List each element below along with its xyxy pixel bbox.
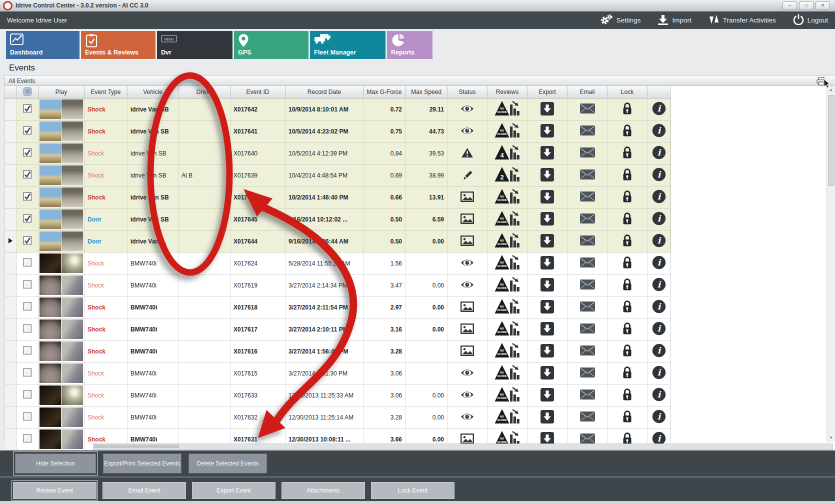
lock-cell[interactable] bbox=[608, 406, 648, 428]
export-cell[interactable] bbox=[528, 274, 568, 296]
column-header-status[interactable]: Status bbox=[448, 86, 488, 98]
export-cell[interactable] bbox=[528, 230, 568, 252]
email-cell[interactable] bbox=[568, 230, 608, 252]
reviews-cell[interactable]: NOSCORE bbox=[488, 274, 528, 296]
event-thumbnail-cabin[interactable] bbox=[62, 276, 83, 295]
tab-reports[interactable]: Reports bbox=[387, 31, 432, 59]
column-header-lock[interactable]: Lock bbox=[608, 86, 648, 98]
export-cell[interactable] bbox=[528, 208, 568, 230]
reviews-cell[interactable]: NOSCORE bbox=[488, 208, 528, 230]
column-header-max-speed[interactable]: Max Speed bbox=[406, 86, 448, 98]
event-thumbnail-cabin[interactable] bbox=[62, 188, 83, 207]
export-cell[interactable] bbox=[528, 340, 568, 362]
maximize-button[interactable]: □ bbox=[799, 2, 814, 10]
event-thumbnail-cabin[interactable] bbox=[62, 232, 83, 251]
tab-dashboard[interactable]: Dashboard bbox=[6, 31, 80, 59]
column-header-event-type[interactable]: Event Type bbox=[84, 86, 128, 98]
row-checkbox[interactable] bbox=[16, 120, 38, 142]
delete-selected-events-button[interactable]: Delete Selected Events bbox=[188, 454, 267, 474]
tab-dvr[interactable]: MENUDvr bbox=[157, 31, 232, 59]
info-cell[interactable]: i bbox=[648, 362, 670, 384]
play-cell[interactable] bbox=[38, 164, 84, 186]
event-thumbnail-road[interactable] bbox=[40, 100, 61, 119]
row-checkbox[interactable] bbox=[16, 208, 38, 230]
info-cell[interactable]: i bbox=[648, 98, 670, 120]
reviews-cell[interactable]: NOSCORE bbox=[488, 340, 528, 362]
play-cell[interactable] bbox=[38, 120, 84, 142]
event-thumbnail-road[interactable] bbox=[40, 386, 61, 405]
play-cell[interactable] bbox=[38, 318, 84, 340]
info-cell[interactable]: i bbox=[648, 142, 670, 164]
lock-cell[interactable] bbox=[608, 208, 648, 230]
play-cell[interactable] bbox=[38, 208, 84, 230]
menu-item-import[interactable]: Import bbox=[658, 14, 691, 26]
email-cell[interactable] bbox=[568, 142, 608, 164]
menu-item-logout[interactable]: Logout bbox=[793, 14, 828, 26]
close-button[interactable]: × bbox=[816, 2, 830, 10]
event-thumbnail-road[interactable] bbox=[40, 144, 61, 163]
event-thumbnail-cabin[interactable] bbox=[62, 100, 83, 119]
lock-cell[interactable] bbox=[608, 252, 648, 274]
attachments-button[interactable]: Attachments bbox=[282, 482, 365, 499]
event-thumbnail-road[interactable] bbox=[40, 408, 61, 427]
lock-cell[interactable] bbox=[608, 98, 648, 120]
export-event-button[interactable]: Export Event bbox=[192, 482, 276, 499]
event-thumbnail-cabin[interactable] bbox=[62, 144, 83, 163]
reviews-cell[interactable]: 4 bbox=[488, 142, 528, 164]
export-cell[interactable] bbox=[528, 296, 568, 318]
lock-cell[interactable] bbox=[608, 120, 648, 142]
scroll-up-icon[interactable]: ▲ bbox=[827, 86, 835, 94]
reviews-cell[interactable]: NOSCORE bbox=[488, 98, 528, 120]
info-cell[interactable]: i bbox=[648, 120, 670, 142]
email-cell[interactable] bbox=[568, 252, 608, 274]
event-thumbnail-road[interactable] bbox=[40, 298, 61, 317]
export-cell[interactable] bbox=[528, 120, 568, 142]
email-cell[interactable] bbox=[568, 120, 608, 142]
event-thumbnail-road[interactable] bbox=[40, 254, 61, 273]
info-cell[interactable]: i bbox=[648, 274, 670, 296]
lock-cell[interactable] bbox=[608, 274, 648, 296]
lock-cell[interactable] bbox=[608, 164, 648, 186]
event-thumbnail-cabin[interactable] bbox=[62, 342, 83, 361]
row-checkbox[interactable] bbox=[16, 142, 38, 164]
column-header-email[interactable]: Email bbox=[568, 86, 608, 98]
reviews-cell[interactable]: NOSCORE bbox=[488, 186, 528, 208]
play-cell[interactable] bbox=[38, 274, 84, 296]
tab-gps[interactable]: GPS bbox=[234, 31, 308, 59]
row-checkbox[interactable] bbox=[16, 230, 38, 252]
email-cell[interactable] bbox=[568, 318, 608, 340]
row-checkbox[interactable] bbox=[16, 362, 38, 384]
play-cell[interactable] bbox=[38, 340, 84, 362]
event-thumbnail-road[interactable] bbox=[40, 232, 61, 251]
minimize-button[interactable]: – bbox=[782, 2, 797, 10]
row-checkbox[interactable] bbox=[16, 164, 38, 186]
info-cell[interactable]: i bbox=[648, 230, 670, 252]
event-thumbnail-cabin[interactable] bbox=[62, 386, 83, 405]
export-cell[interactable] bbox=[528, 98, 568, 120]
reviews-cell[interactable]: 2 bbox=[488, 164, 528, 186]
reviews-cell[interactable]: NOSCORE bbox=[488, 362, 528, 384]
export-cell[interactable] bbox=[528, 252, 568, 274]
reviews-cell[interactable]: NOSCORE bbox=[488, 406, 528, 428]
info-cell[interactable]: i bbox=[648, 406, 670, 428]
select-all-header[interactable] bbox=[16, 86, 38, 98]
hscrollbar-thumb[interactable] bbox=[94, 444, 179, 448]
export-cell[interactable] bbox=[528, 384, 568, 406]
info-cell[interactable]: i bbox=[648, 208, 670, 230]
export-cell[interactable] bbox=[528, 142, 568, 164]
column-header-play[interactable]: Play bbox=[38, 86, 84, 98]
row-checkbox[interactable] bbox=[16, 274, 38, 296]
row-checkbox[interactable] bbox=[16, 186, 38, 208]
info-cell[interactable]: i bbox=[648, 384, 670, 406]
row-checkbox[interactable] bbox=[16, 384, 38, 406]
column-header-export[interactable]: Export bbox=[528, 86, 568, 98]
lock-cell[interactable] bbox=[608, 230, 648, 252]
column-header-event-id[interactable]: Event ID bbox=[230, 86, 286, 98]
lock-cell[interactable] bbox=[608, 384, 648, 406]
column-header-driver[interactable]: Driver bbox=[178, 86, 230, 98]
lock-cell[interactable] bbox=[608, 142, 648, 164]
play-cell[interactable] bbox=[38, 252, 84, 274]
email-event-button[interactable]: Email Event bbox=[102, 482, 186, 499]
row-checkbox[interactable] bbox=[16, 318, 38, 340]
event-thumbnail-road[interactable] bbox=[40, 320, 61, 339]
